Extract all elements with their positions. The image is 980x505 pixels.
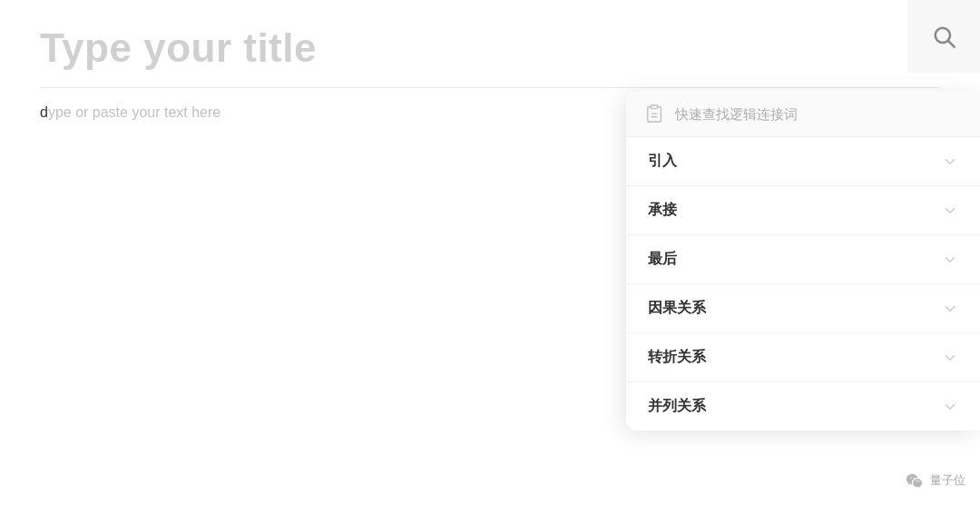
wechat-label: 量子位 (930, 472, 965, 489)
category-item-intro[interactable]: 引入 (626, 137, 980, 186)
category-label-continue: 承接 (648, 201, 677, 220)
category-label-intro: 引入 (648, 152, 677, 171)
category-label-contrast: 转折关系 (648, 348, 706, 367)
search-icon (931, 24, 956, 49)
dropdown-search-input[interactable] (675, 106, 962, 122)
category-label-causal: 因果关系 (648, 299, 706, 318)
category-item-parallel[interactable]: 并列关系 (626, 382, 980, 431)
chevron-down-icon (942, 399, 958, 415)
category-item-causal[interactable]: 因果关系 (626, 284, 980, 333)
wechat-watermark: 量子位 (905, 470, 965, 490)
category-label-parallel: 并列关系 (648, 397, 706, 416)
main-container: d ype or paste your text here 引入承接最后因果关系… (0, 0, 980, 505)
chevron-down-icon (942, 252, 958, 268)
search-button[interactable] (907, 0, 980, 73)
chevron-down-icon (942, 203, 958, 219)
svg-rect-2 (651, 105, 657, 109)
category-item-contrast[interactable]: 转折关系 (626, 333, 980, 382)
chevron-down-icon (942, 350, 958, 366)
editor-placeholder: ype or paste your text here (48, 104, 220, 121)
dropdown-search-bar (626, 91, 980, 137)
category-label-finally: 最后 (648, 250, 677, 269)
chevron-down-icon (942, 301, 958, 317)
svg-line-1 (948, 41, 954, 46)
title-area (0, 0, 980, 71)
chevron-down-icon (942, 153, 958, 170)
cursor-char: d (40, 104, 48, 121)
category-item-finally[interactable]: 最后 (626, 235, 980, 284)
dropdown-panel: 引入承接最后因果关系转折关系并列关系 (626, 91, 980, 431)
category-item-continue[interactable]: 承接 (626, 186, 980, 235)
title-input[interactable] (40, 25, 940, 71)
wechat-icon (905, 470, 925, 490)
clipboard-icon (644, 104, 664, 124)
category-list: 引入承接最后因果关系转折关系并列关系 (626, 137, 980, 431)
